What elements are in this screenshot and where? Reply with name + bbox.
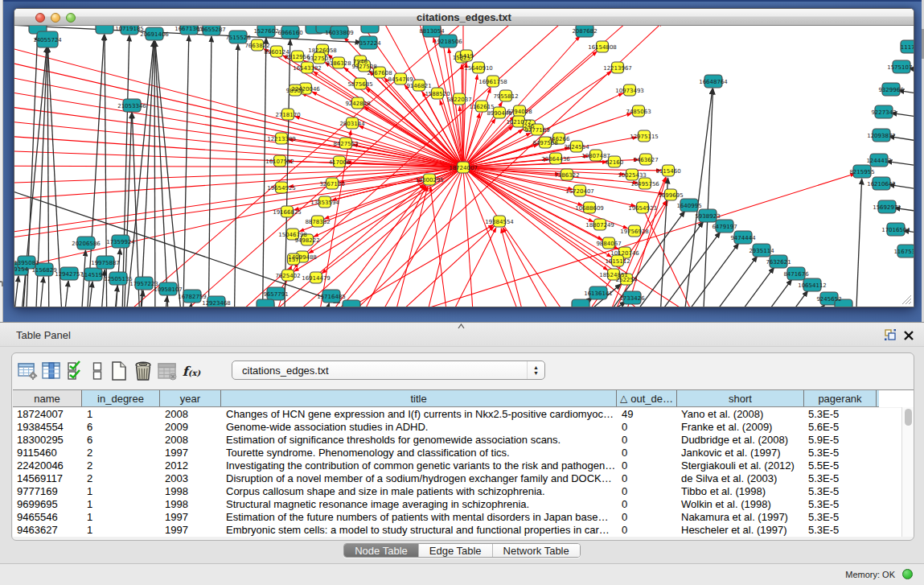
black-edge[interactable] <box>186 303 191 307</box>
cell-year: 2008 <box>160 434 221 447</box>
network-window-titlebar[interactable]: citations_edges.txt <box>14 9 914 26</box>
black-edge[interactable] <box>686 267 774 307</box>
node-label: 19166825 <box>273 209 302 216</box>
node-label: 12213389 <box>267 136 296 142</box>
table-row[interactable]: 1456911722003Disruption of a novel membe… <box>13 472 901 485</box>
red-edge[interactable] <box>387 187 428 307</box>
table-row[interactable]: 946362711997Embryonic stem cells: a mode… <box>13 524 901 537</box>
select-rows-check-icon[interactable] <box>64 360 88 382</box>
table-settings-icon[interactable] <box>15 360 39 382</box>
node-label: 9699695 <box>658 192 683 199</box>
node-label: 9657791 <box>263 291 288 298</box>
black-edge[interactable] <box>632 232 721 307</box>
node-label: 7632621 <box>766 259 791 266</box>
teal-node[interactable] <box>96 26 113 34</box>
network-window-title: citations_edges.txt <box>14 11 914 23</box>
black-edge[interactable] <box>155 41 184 307</box>
table-row[interactable]: 1872400712008Changes of HCN gene express… <box>13 408 901 421</box>
black-edge[interactable] <box>162 296 167 307</box>
black-edge[interactable] <box>14 276 18 307</box>
red-edge[interactable] <box>14 180 422 242</box>
teal-node[interactable] <box>572 299 589 307</box>
column-header-year[interactable]: year <box>160 390 221 406</box>
cell-out_de: 0 <box>617 459 677 472</box>
cell-short: Franke et al. (2009) <box>677 421 804 434</box>
red-edge[interactable] <box>14 71 463 167</box>
black-edge[interactable] <box>680 89 713 307</box>
red-edge[interactable] <box>501 229 532 307</box>
table-select-dropdown[interactable]: citations_edges.txt ▲▼ <box>232 360 545 380</box>
table-row[interactable]: 946554611997Estimation of the future num… <box>13 511 901 524</box>
function-builder-icon[interactable]: f(x) <box>179 360 203 382</box>
column-header-short[interactable]: short <box>677 390 804 406</box>
red-edge[interactable] <box>266 174 855 307</box>
black-edge[interactable] <box>139 41 154 307</box>
column-header-title[interactable]: title <box>221 390 617 406</box>
table-row[interactable]: 1938455462009Genome-wide association stu… <box>13 421 901 434</box>
red-edge[interactable] <box>14 134 463 167</box>
tab-node-table[interactable]: Node Table <box>344 544 419 557</box>
teal-node[interactable] <box>343 300 360 307</box>
red-edge[interactable] <box>14 166 463 167</box>
black-edge[interactable] <box>316 303 329 307</box>
red-edge[interactable] <box>14 39 463 167</box>
cell-pagerank: 5.3E-5 <box>804 408 877 421</box>
black-edge[interactable] <box>37 277 43 307</box>
black-edge[interactable] <box>737 304 825 307</box>
black-edge[interactable] <box>183 35 189 307</box>
cell-title: Tourette syndrome. Phenomenology and cla… <box>221 447 617 459</box>
tab-edge-table[interactable]: Edge Table <box>419 544 493 557</box>
cell-name: 9463627 <box>13 524 82 537</box>
black-edge[interactable] <box>154 41 155 307</box>
network-graph[interactable]: 1405572410719185206914061667136510655287… <box>14 26 914 307</box>
column-header-in_degree[interactable]: in_degree <box>82 390 160 406</box>
teal-node[interactable] <box>257 299 274 307</box>
table-row[interactable]: 1830029562008Estimation of significance … <box>13 434 901 447</box>
tab-network-table[interactable]: Network Table <box>493 544 580 557</box>
red-edge[interactable] <box>202 26 602 307</box>
cell-name: 9465546 <box>13 511 82 524</box>
black-edge[interactable] <box>855 179 862 307</box>
unselect-rows-icon[interactable] <box>88 360 107 382</box>
memory-status-indicator[interactable] <box>902 569 913 579</box>
black-edge[interactable] <box>720 290 808 307</box>
table-row[interactable]: 977716911998Corpus callosum shape and si… <box>13 485 901 498</box>
float-window-icon[interactable] <box>884 328 897 341</box>
new-table-icon[interactable] <box>107 360 131 382</box>
red-edge[interactable] <box>363 226 494 307</box>
node-label: 15720407 <box>565 188 594 195</box>
black-edge[interactable] <box>262 38 266 307</box>
red-edge[interactable] <box>14 102 463 167</box>
node-label: 2803144 <box>339 121 365 127</box>
node-label: 19654925 <box>267 185 296 192</box>
black-edge[interactable] <box>121 35 129 307</box>
panel-resize-handle-icon[interactable] <box>458 323 465 329</box>
table-row[interactable]: 969969511998Structural magnetic resonanc… <box>13 498 901 511</box>
node-label: 19218506 <box>433 39 462 45</box>
column-header-name[interactable]: name <box>13 390 82 406</box>
black-edge[interactable] <box>208 36 211 307</box>
black-edge[interactable] <box>669 256 758 307</box>
node-label: 1156829 <box>31 267 56 274</box>
column-header-out_de[interactable]: △out_de… <box>617 390 677 406</box>
table-row[interactable]: 911546021997Tourette syndrome. Phenomeno… <box>13 447 901 459</box>
node-label: 5822037 <box>446 97 471 103</box>
teal-node[interactable] <box>361 26 379 33</box>
table-vertical-scrollbar[interactable] <box>901 407 914 537</box>
delete-entry-trash-icon[interactable] <box>131 360 155 382</box>
cell-in_degree: 1 <box>82 524 160 537</box>
black-edge[interactable] <box>61 281 68 307</box>
select-column-icon[interactable] <box>39 360 64 382</box>
network-canvas[interactable]: 1405572410719185206914061667136510655287… <box>14 26 914 307</box>
table-row[interactable]: 2242004622012Investigating the contribut… <box>13 459 901 472</box>
window-resize-grip[interactable] <box>900 294 912 305</box>
node-label: 15751074 <box>887 64 914 71</box>
red-edge[interactable] <box>14 167 463 237</box>
delete-table-disabled-icon <box>155 360 179 382</box>
close-panel-icon[interactable] <box>903 328 914 341</box>
black-edge[interactable] <box>702 89 713 307</box>
node-label: 16914479 <box>302 275 331 282</box>
cell-name: 9699695 <box>13 498 82 511</box>
column-header-pagerank[interactable]: pagerank <box>804 390 877 406</box>
table-scrollbar-thumb[interactable] <box>905 409 912 426</box>
